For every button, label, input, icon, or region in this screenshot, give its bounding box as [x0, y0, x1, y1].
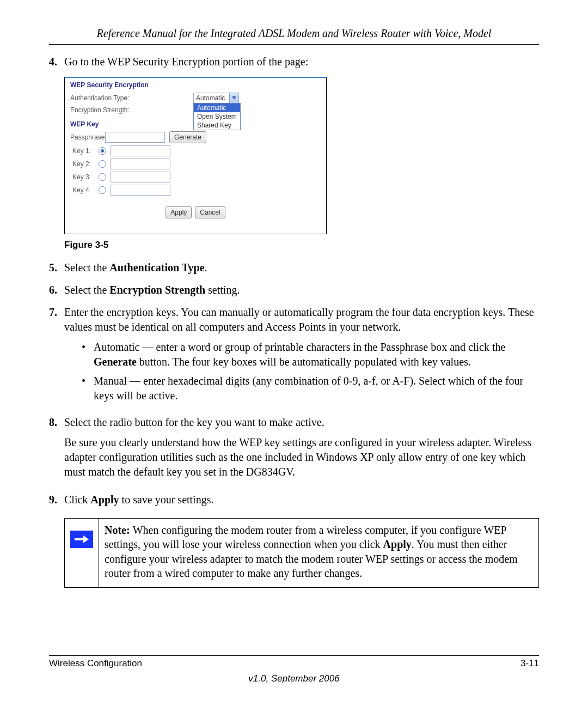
bullet-manual: Manual — enter hexadecimal digits (any c…: [82, 374, 539, 403]
step-9: 9. Click Apply to save your settings.: [49, 492, 539, 507]
document-page: Reference Manual for the Integrated ADSL…: [0, 0, 588, 706]
key4-input[interactable]: [111, 185, 170, 196]
apply-button[interactable]: Apply: [166, 206, 192, 218]
step-number: 7.: [49, 305, 64, 407]
step-5: 5. Select the Authentication Type.: [49, 260, 539, 275]
key1-radio[interactable]: [99, 147, 106, 155]
key2-input[interactable]: [111, 159, 170, 169]
cancel-button[interactable]: Cancel: [195, 206, 225, 218]
step-number: 9.: [49, 492, 64, 507]
auth-type-options[interactable]: Automatic Open System Shared Key: [193, 103, 241, 130]
page-number: 3-11: [520, 658, 539, 669]
key1-label: Key 1:: [72, 147, 99, 155]
instruction-list: 4. Go to the WEP Security Encryption por…: [49, 54, 539, 69]
step-number: 4.: [49, 54, 64, 69]
option-shared-key[interactable]: Shared Key: [194, 121, 240, 130]
key3-row: Key 3:: [72, 171, 321, 184]
footer-version: v1.0, September 2006: [49, 673, 539, 684]
key2-label: Key 2:: [72, 160, 99, 168]
option-open-system[interactable]: Open System: [194, 112, 240, 121]
key1-input[interactable]: [111, 145, 170, 156]
instruction-list-cont: 5. Select the Authentication Type. 6. Se…: [49, 260, 539, 507]
step-4: 4. Go to the WEP Security Encryption por…: [49, 54, 539, 69]
auth-type-row: Authentication Type: Automatic Automatic…: [70, 92, 321, 104]
key4-row: Key 4:: [72, 184, 321, 197]
panel-actions: Apply Cancel: [65, 197, 326, 234]
enc-strength-label: Encryption Strength:: [70, 106, 193, 114]
step-6: 6. Select the Encryption Strength settin…: [49, 283, 539, 297]
wep-config-panel: WEP Security Encryption Authentication T…: [64, 77, 327, 234]
footer-section: Wireless Configuration: [49, 658, 142, 669]
auth-type-label: Authentication Type:: [70, 94, 193, 102]
panel-heading: WEP Security Encryption: [70, 81, 321, 89]
bullet-automatic: Automatic — enter a word or group of pri…: [82, 340, 539, 369]
key2-radio[interactable]: [99, 160, 106, 168]
page-header: Reference Manual for the Integrated ADSL…: [49, 27, 539, 40]
step-text: Select the Authentication Type.: [64, 260, 539, 275]
passphrase-row: Passphrase: Generate: [70, 130, 321, 144]
step-text: Go to the WEP Security Encryption portio…: [64, 54, 539, 69]
note-text: Note: When configuring the modem router …: [99, 519, 538, 587]
step-text: Click Apply to save your settings.: [64, 492, 539, 507]
chevron-down-icon[interactable]: [229, 93, 239, 104]
page-footer: Wireless Configuration 3-11: [49, 658, 539, 669]
step-number: 6.: [49, 283, 64, 297]
step-text: Enter the encryption keys. You can manua…: [64, 305, 539, 407]
step-7: 7. Enter the encryption keys. You can ma…: [49, 305, 539, 407]
step-number: 8.: [49, 415, 64, 485]
generate-button[interactable]: Generate: [169, 131, 206, 143]
note-box: Note: When configuring the modem router …: [64, 518, 539, 588]
step-text: Select the radio button for the key you …: [64, 415, 539, 485]
note-icon-cell: [65, 519, 99, 587]
arrow-right-icon: [70, 531, 93, 548]
step-number: 5.: [49, 260, 64, 275]
key3-label: Key 3:: [72, 173, 99, 181]
passphrase-label: Passphrase:: [70, 133, 105, 141]
sub-bullets: Automatic — enter a word or group of pri…: [82, 340, 539, 403]
key2-row: Key 2:: [72, 157, 321, 171]
bottom-rule: [49, 655, 539, 656]
svg-marker-0: [232, 96, 236, 100]
figure-label: Figure 3-5: [64, 240, 539, 251]
key4-label: Key 4:: [72, 186, 99, 194]
key1-row: Key 1:: [72, 144, 321, 157]
key3-input[interactable]: [111, 172, 170, 182]
key4-radio[interactable]: [99, 186, 106, 194]
key3-radio[interactable]: [99, 173, 106, 181]
step-8: 8. Select the radio button for the key y…: [49, 415, 539, 485]
auth-type-select[interactable]: Automatic Automatic Open System Shared K…: [193, 93, 239, 104]
step-text: Select the Encryption Strength setting.: [64, 283, 539, 297]
passphrase-input[interactable]: [105, 132, 165, 143]
top-rule: [49, 44, 539, 45]
option-automatic[interactable]: Automatic: [194, 104, 240, 112]
